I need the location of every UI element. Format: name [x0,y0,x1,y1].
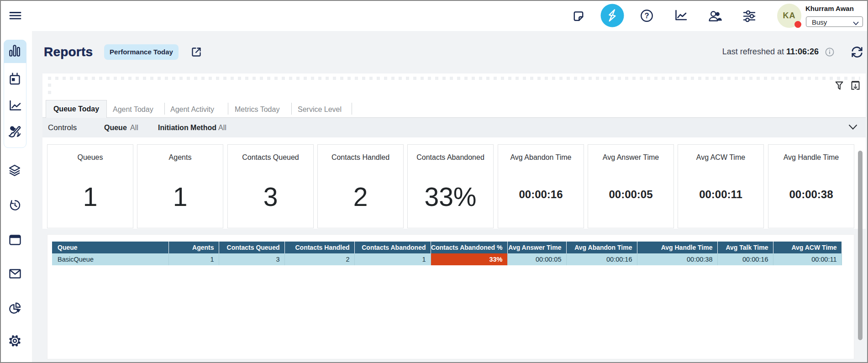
svg-text:?: ? [644,11,649,20]
